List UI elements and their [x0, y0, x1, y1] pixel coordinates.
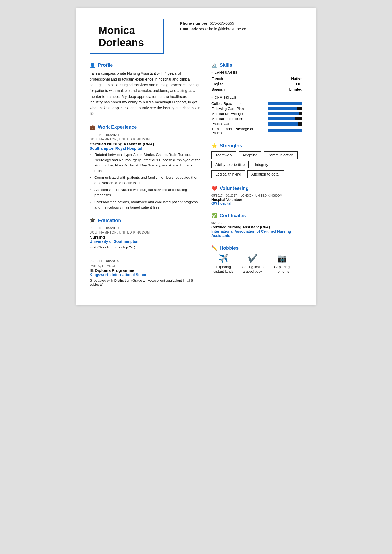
strengths-title: ⭐ Strengths: [211, 143, 302, 149]
lang-name: English: [211, 81, 257, 87]
edu-note-0: First Class Honours (Top 2%): [90, 245, 201, 249]
cna-skill-bar: [266, 121, 302, 126]
work-company-0: Southampton Royal Hospital: [90, 146, 201, 151]
pencil-icon: ✏️: [211, 245, 218, 251]
edu-entry-0: 09/2015 – 05/2019 SOUTHAMPTON, UNITED KI…: [90, 226, 201, 249]
edu-note-1: Graduated with Distinction (Grade 1 - A/…: [90, 278, 201, 286]
cna-skill-row: Collect Specimens: [211, 101, 302, 106]
strengths-section: ⭐ Strengths TeamworkAdaptingCommunicatio…: [211, 143, 302, 178]
hobby-icon: 📷: [277, 254, 287, 263]
heart-icon: ❤️: [211, 185, 218, 191]
cna-skill-name: Medical Knowledge: [211, 111, 266, 116]
work-location-0: SOUTHAMPTON, UNITED KINGDOM: [90, 138, 201, 141]
star-icon: ⭐: [211, 143, 218, 149]
strength-tag: Adapting: [239, 151, 261, 159]
hobby-label: Capturing moments: [270, 265, 294, 274]
briefcase-icon: 💼: [90, 124, 96, 130]
candidate-name: Monica Dorleans: [98, 24, 155, 49]
vol-title-0: Hospital Volunteer: [211, 198, 302, 202]
strength-tag: Communication: [264, 151, 298, 159]
lang-name: French: [211, 76, 257, 81]
hobby-label: Exploring distant lands: [211, 265, 235, 274]
languages-table: FrenchNativeEnglishFullSpanishLimited: [211, 76, 302, 92]
contact-info: Phone number: 555-555-5555 Email address…: [180, 19, 249, 32]
left-column: 👤 Profile I am a compassionate Nursing A…: [90, 62, 201, 294]
cna-skill-row: Transfer and Discharge of Patients: [211, 126, 302, 135]
cna-skills-label: – CNA SKILLS: [211, 96, 302, 99]
edu-date-0: 09/2015 – 05/2019: [90, 226, 201, 230]
lang-row: EnglishFull: [211, 81, 302, 87]
hobbies-section: ✏️ Hobbies ✈️ Exploring distant lands ✔️…: [211, 245, 302, 274]
work-experience-section: 💼 Work Experience 06/2019 – 06/2020 SOUT…: [90, 124, 201, 210]
cert-title-0: Certified Nursing Assistant (CPA): [211, 225, 302, 229]
cert-org-0: International Association of Certified N…: [211, 229, 302, 238]
hobby-item: ✔️ Getting lost in a good book: [241, 254, 265, 274]
edu-school-1: Kingsworth International School: [90, 273, 201, 277]
hobby-icon: ✔️: [248, 254, 258, 263]
profile-body: I am a compassionate Nursing Assistant w…: [90, 71, 201, 117]
work-bullets-0: Rotated between Hyper Acute Stroke, Gast…: [90, 152, 201, 210]
email-label: Email address:: [180, 27, 208, 31]
lang-row: SpanishLimited: [211, 87, 302, 92]
work-bullet-0-2: Assisted Senior Nurses with surgical ser…: [94, 187, 201, 198]
cna-skill-row: Following Care Plans: [211, 106, 302, 111]
flask-icon: 🔬: [211, 62, 218, 68]
name-box: Monica Dorleans: [90, 19, 164, 54]
strength-tag: Attention to detail: [247, 170, 284, 178]
edu-date-1: 09/2011 – 05/2015: [90, 259, 201, 263]
cna-skill-bar: [266, 101, 302, 106]
skills-section: 🔬 Skills – LANGUAGES FrenchNativeEnglish…: [211, 62, 302, 135]
strength-tag: Logical thinking: [211, 170, 245, 178]
strength-tag: Integrity: [251, 161, 272, 168]
vol-entry-0: 05/2017 – 08/2017 LONDON, UNITED KINGDOM…: [211, 194, 302, 205]
volunteering-title: ❤️ Volunteering: [211, 185, 302, 191]
cert-date-0: 05/2019: [211, 221, 302, 224]
education-title: 🎓 Education: [90, 218, 201, 223]
cna-skill-name: Transfer and Discharge of Patients: [211, 126, 266, 135]
certificates-section: ✅ Certificates 05/2019 Certified Nursing…: [211, 213, 302, 238]
lang-row: FrenchNative: [211, 76, 302, 81]
cna-skill-bar: [266, 116, 302, 121]
strength-tag: Teamwork: [211, 151, 236, 159]
work-date-0: 06/2019 – 06/2020: [90, 133, 201, 137]
edu-school-0: University of Southampton: [90, 239, 201, 244]
work-bullet-0-0: Rotated between Hyper Acute Stroke, Gast…: [94, 152, 201, 174]
phone-value: 555-555-5555: [210, 21, 234, 26]
lang-level: Native: [257, 76, 302, 81]
cna-skills-table: Collect Specimens Following Care Plans M…: [211, 101, 302, 135]
cna-skill-bar: [266, 106, 302, 111]
email-value: hello@kickresume.com: [209, 27, 249, 31]
lang-level: Limited: [257, 87, 302, 92]
certificate-icon: ✅: [211, 213, 218, 219]
vol-date-loc-0: 05/2017 – 08/2017 LONDON, UNITED KINGDOM: [211, 194, 302, 197]
cna-skill-name: Following Care Plans: [211, 106, 266, 111]
work-bullet-0-3: Oversaw medications, monitored and evalu…: [94, 199, 201, 210]
strength-tag: Ability to prioritize: [211, 161, 249, 168]
edu-note-rest-0: (Top 2%): [120, 245, 135, 249]
right-column: 🔬 Skills – LANGUAGES FrenchNativeEnglish…: [211, 62, 302, 294]
edu-title-1: IB Diploma Programme: [90, 268, 201, 273]
vol-org-0: QW Hospital: [211, 202, 302, 205]
lang-level: Full: [257, 81, 302, 87]
cna-skill-name: Medical Techniques: [211, 116, 266, 121]
languages-label: – LANGUAGES: [211, 71, 302, 74]
hobbies-title: ✏️ Hobbies: [211, 245, 302, 251]
hobby-item: ✈️ Exploring distant lands: [211, 254, 235, 274]
cna-skill-row: Medical Techniques: [211, 116, 302, 121]
skills-title: 🔬 Skills: [211, 62, 302, 68]
lang-name: Spanish: [211, 87, 257, 92]
work-bullet-0-1: Communicated with patients and family me…: [94, 175, 201, 186]
cna-skill-bar: [266, 111, 302, 116]
cna-skill-name: Patient Care: [211, 121, 266, 126]
hobby-icon: ✈️: [219, 254, 228, 263]
hobby-item: 📷 Capturing moments: [270, 254, 294, 274]
education-section: 🎓 Education 09/2015 – 05/2019 SOUTHAMPTO…: [90, 218, 201, 286]
cna-skill-name: Collect Specimens: [211, 101, 266, 106]
hobbies-row: ✈️ Exploring distant lands ✔️ Getting lo…: [211, 254, 302, 274]
profile-icon: 👤: [90, 62, 96, 68]
cna-skill-bar: [266, 126, 302, 135]
certificates-title: ✅ Certificates: [211, 213, 302, 219]
resume-page: Monica Dorleans Phone number: 555-555-55…: [76, 8, 316, 305]
hobby-label: Getting lost in a good book: [241, 265, 265, 274]
strengths-grid: TeamworkAdaptingCommunicationAbility to …: [211, 151, 302, 178]
